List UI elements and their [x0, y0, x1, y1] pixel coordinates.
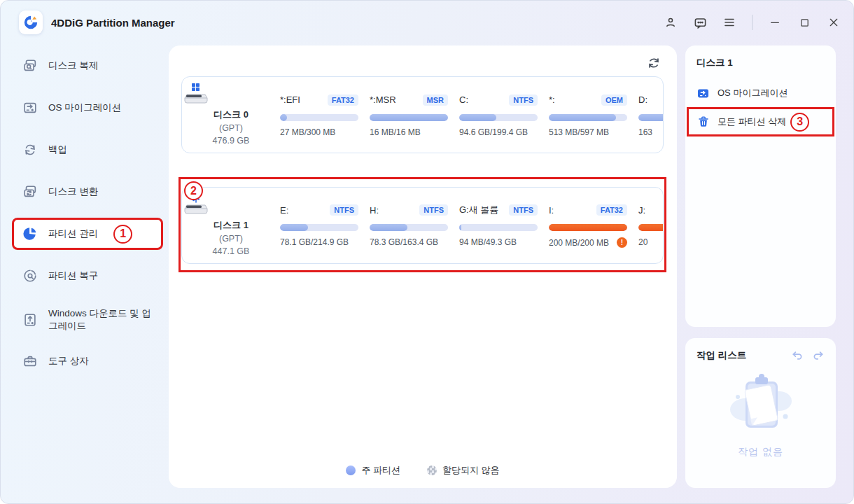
usage-bar — [370, 224, 448, 231]
menu-icon[interactable] — [722, 15, 736, 29]
partition-size: 513 MB/597 MB — [549, 127, 609, 137]
legend-primary: 주 파티션 — [346, 464, 400, 477]
os-migration-icon — [696, 87, 710, 100]
partition-label: *:EFI — [280, 94, 300, 105]
partition-j[interactable]: J: 20 — [638, 203, 664, 248]
disk-table-type: (GPT) — [182, 122, 280, 134]
sidebar-item-partition-recover[interactable]: 파티션 복구 — [12, 260, 163, 292]
windows-upgrade-icon — [22, 312, 38, 328]
action-os-migration[interactable]: OS 마이그레이션 — [696, 82, 825, 104]
partition-label: C: — [459, 94, 468, 105]
partition-d[interactable]: D: 163 — [638, 93, 664, 137]
fs-badge: FAT32 — [328, 94, 358, 106]
disk-1-partitions: E:NTFS 78.1 GB/214.9 GB H:NTFS 78.3 GB/1… — [280, 203, 664, 248]
sidebar-item-label: Windows 다운로드 및 업그레이드 — [48, 307, 156, 332]
actions-panel-title: 디스크 1 — [696, 57, 825, 69]
fs-badge: OEM — [601, 94, 627, 106]
partition-c[interactable]: C:NTFS 94.6 GB/199.4 GB — [459, 93, 538, 137]
usage-bar — [549, 114, 627, 121]
windows-disk-icon — [182, 83, 210, 106]
disk-convert-icon — [22, 183, 38, 200]
user-icon[interactable] — [664, 15, 678, 29]
partition-g[interactable]: G:새 볼륨NTFS 94 MB/49.3 GB — [459, 203, 538, 248]
legend-unallocated-label: 할당되지 않음 — [442, 464, 500, 477]
disk-clone-icon — [22, 57, 38, 74]
disk-size: 447.1 GB — [182, 245, 280, 258]
partition-size: 78.1 GB/214.9 GB — [280, 237, 349, 247]
usage-bar — [638, 224, 664, 231]
sidebar-item-toolbox[interactable]: 도구 상자 — [12, 345, 163, 377]
disk-row-0[interactable]: 디스크 0 (GPT) 476.9 GB *:EFIFAT32 27 MB/30… — [181, 76, 664, 153]
disk-0-partitions: *:EFIFAT32 27 MB/300 MB *:MSRMSR 16 MB/1… — [280, 93, 664, 137]
sidebar-item-label: 파티션 관리 — [48, 227, 98, 240]
action-label: OS 마이그레이션 — [718, 87, 788, 99]
disk-0-info: 디스크 0 (GPT) 476.9 GB — [182, 83, 280, 147]
annotation-box-delete-all: 모든 파티션 삭제 3 — [687, 107, 834, 136]
disk-name: 디스크 1 — [182, 219, 280, 232]
refresh-icon[interactable] — [646, 55, 662, 71]
sidebar-item-label: 파티션 복구 — [48, 270, 98, 282]
partition-label: *: — [549, 94, 555, 105]
partition-label: H: — [370, 205, 379, 216]
fs-badge: FAT32 — [596, 204, 627, 216]
partition-label: E: — [280, 205, 288, 216]
undo-icon[interactable] — [791, 349, 804, 362]
toolbox-icon — [22, 353, 38, 370]
redo-icon[interactable] — [812, 349, 825, 362]
disk-row-1[interactable]: 디스크 1 (GPT) 447.1 GB E:NTFS 78.1 GB/214.… — [181, 187, 664, 264]
partition-msr[interactable]: *:MSRMSR 16 MB/16 MB — [370, 93, 448, 137]
annotation-circle-3: 3 — [790, 113, 809, 132]
usage-bar — [459, 114, 538, 121]
usage-bar — [638, 114, 664, 121]
partition-size: 78.3 GB/163.4 GB — [370, 237, 438, 247]
feedback-icon[interactable] — [693, 15, 707, 29]
empty-task-state: 작업 없음 — [696, 366, 825, 458]
partition-size: 16 MB/16 MB — [370, 127, 421, 137]
sidebar-item-os-migration[interactable]: OS 마이그레이션 — [12, 92, 163, 124]
partition-label: D: — [638, 94, 648, 105]
partition-e[interactable]: E:NTFS 78.1 GB/214.9 GB — [280, 203, 358, 248]
sidebar-item-disk-clone[interactable]: 디스크 복제 — [12, 50, 163, 82]
action-delete-all-partitions[interactable]: 모든 파티션 삭제 — [696, 111, 786, 133]
partition-manage-icon — [22, 225, 38, 242]
app-logo — [19, 10, 43, 34]
task-list-panel: 작업 리스트 작업 없음 — [685, 338, 836, 488]
sidebar-item-backup[interactable]: 백업 — [12, 134, 163, 166]
partition-size: 27 MB/300 MB — [280, 127, 335, 137]
backup-icon — [22, 141, 38, 158]
disk-actions-panel: 디스크 1 OS 마이그레이션 모든 파티션 삭제 3 — [685, 46, 836, 327]
legend-unallocated: 할당되지 않음 — [427, 464, 500, 477]
partition-size: 94.6 GB/199.4 GB — [459, 127, 528, 137]
task-list-title: 작업 리스트 — [696, 349, 746, 362]
sidebar-item-partition-manage[interactable]: 파티션 관리 1 — [12, 218, 163, 250]
annotation-circle-1: 1 — [113, 225, 132, 244]
fs-badge: NTFS — [509, 204, 538, 216]
sidebar-item-label: 도구 상자 — [48, 355, 89, 368]
partition-size: 20 — [638, 237, 648, 247]
sidebar-item-disk-convert[interactable]: 디스크 변환 — [12, 176, 163, 208]
partition-label: G:새 볼륨 — [459, 204, 498, 216]
legend: 주 파티션 할당되지 않음 — [169, 464, 677, 477]
sidebar: 디스크 복제 OS 마이그레이션 백업 디스크 변환 파티션 관리 1 — [1, 44, 170, 387]
maximize-icon[interactable] — [797, 15, 811, 29]
partition-efi[interactable]: *:EFIFAT32 27 MB/300 MB — [280, 93, 358, 137]
minimize-icon[interactable] — [768, 15, 782, 29]
partition-oem[interactable]: *:OEM 513 MB/597 MB — [549, 93, 627, 137]
partition-label: I: — [549, 205, 554, 216]
sidebar-item-label: OS 마이그레이션 — [48, 102, 121, 114]
partition-h[interactable]: H:NTFS 78.3 GB/163.4 GB — [370, 203, 448, 248]
sidebar-item-label: 디스크 복제 — [48, 59, 98, 72]
partition-i[interactable]: I:FAT32 200 MB/200 MB! — [549, 203, 627, 248]
usage-bar — [549, 224, 627, 231]
unallocated-dot — [427, 465, 437, 475]
usage-bar — [370, 114, 448, 121]
legend-primary-label: 주 파티션 — [361, 464, 400, 477]
disk-1-info: 디스크 1 (GPT) 447.1 GB — [182, 193, 280, 258]
partition-label: *:MSR — [370, 94, 396, 105]
partition-size: 94 MB/49.3 GB — [459, 237, 517, 247]
sidebar-item-label: 디스크 변환 — [48, 186, 98, 198]
os-migration-icon — [22, 99, 38, 116]
sidebar-item-windows-upgrade[interactable]: Windows 다운로드 및 업그레이드 — [12, 302, 163, 338]
close-icon[interactable] — [827, 15, 841, 29]
sidebar-item-label: 백업 — [48, 144, 67, 156]
